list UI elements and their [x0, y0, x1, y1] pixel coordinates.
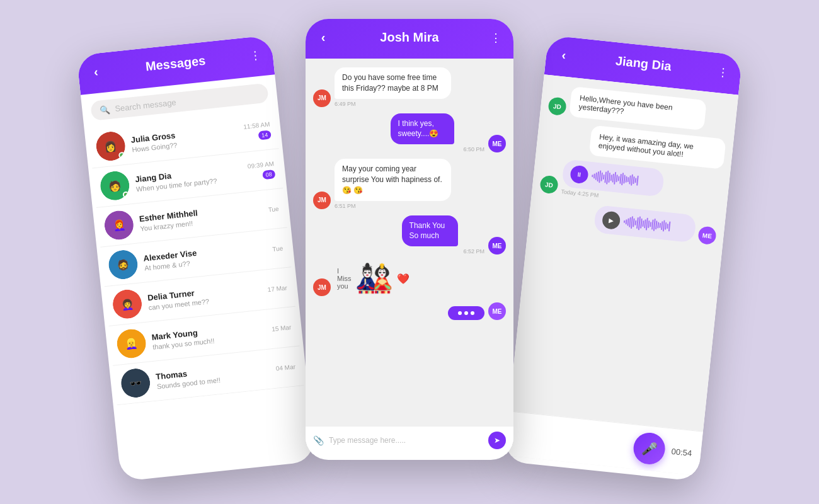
typing-dot: [464, 311, 468, 315]
avatar: 🧑: [99, 169, 131, 202]
message-timestamp: 09:39 AM: [247, 160, 274, 169]
unread-badge: 08: [262, 169, 275, 180]
mic-button[interactable]: 🎤: [633, 432, 667, 466]
avatar: 👩‍🦰: [103, 209, 135, 241]
message-time: 6:52 PM: [402, 248, 484, 255]
online-indicator: [118, 152, 125, 159]
avatar: 🧔: [107, 249, 139, 281]
chat-messages-center: JM Do you have some free time this Frida…: [306, 59, 513, 426]
message-time: 6:51 PM: [335, 203, 506, 209]
chat-input-area: 📎 Type message here..... ➤: [306, 426, 513, 454]
avatar: ME: [488, 135, 506, 152]
avatar: JM: [313, 89, 331, 107]
waveform: [623, 215, 689, 235]
message-row: Thank You So much 6:52 PM ME: [313, 215, 506, 255]
message-meta: 11:58 AM14: [243, 120, 272, 141]
josh-mira-chat-phone: ‹ Josh Mira ⋮ JM Do you have some free t…: [306, 19, 513, 460]
back-button[interactable]: ‹: [88, 64, 104, 80]
avatar-initials: 🕶️: [120, 367, 152, 399]
avatar-initials: 👩‍🦱: [112, 288, 144, 320]
contact-info: Delia Turnercan you meet me??: [147, 281, 262, 311]
back-button-center[interactable]: ‹: [316, 30, 331, 45]
messages-title: Messages: [103, 49, 248, 79]
avatar: 👩‍🦱: [112, 288, 144, 320]
message-timestamp: Tue: [272, 244, 284, 253]
message-time: 6:49 PM: [335, 101, 506, 107]
message-meta: 17 Mar: [267, 284, 287, 293]
contact-info: Mark Youngthank you so much!!: [151, 321, 266, 351]
message-timestamp: Tue: [268, 205, 279, 213]
waveform: [591, 169, 656, 189]
chat-header-center: ‹ Josh Mira ⋮: [306, 19, 513, 59]
message-bubble: Do you have some free time this Friday??…: [335, 67, 451, 99]
avatar-initials: 🧔: [107, 249, 139, 281]
message-input[interactable]: Type message here.....: [329, 436, 483, 445]
typing-dot: [458, 311, 462, 315]
message-meta: 09:39 AM08: [247, 160, 275, 181]
avatar: JM: [313, 192, 331, 209]
pause-button[interactable]: ⏸: [570, 165, 589, 185]
message-row: JM Do you have some free time this Frida…: [313, 67, 506, 107]
typing-indicator: [448, 306, 484, 320]
search-placeholder: Search message: [115, 98, 177, 113]
message-timestamp: 04 Mar: [275, 363, 295, 372]
wave-bar: [636, 176, 639, 186]
avatar-initials: 👱‍♀️: [115, 328, 147, 360]
wave-bar: [668, 221, 671, 231]
voice-bubble: ▶: [593, 205, 697, 243]
messages-list-phone: ‹ Messages ⋮ 🔍 Search message 👩Julia Gro…: [76, 35, 315, 482]
message-row: JM May your coming year surprise You wit…: [313, 159, 506, 209]
chat-area-right: JD Hello,Where you have been yesterday??…: [504, 74, 738, 476]
menu-icon-center[interactable]: ⋮: [488, 31, 503, 45]
chat-title-right: Jiang Dia: [571, 49, 716, 79]
message-bubble: May your coming year surprise You with h…: [335, 159, 451, 200]
menu-icon-right[interactable]: ⋮: [715, 64, 731, 79]
message-meta: 15 Mar: [272, 323, 292, 332]
message-time: 6:50 PM: [391, 146, 484, 152]
message-bubble: Hello,Where you have been yesterday???: [569, 86, 706, 130]
contact-info: ThomasSounds good to me!!: [156, 360, 271, 390]
chat-area-center: JM Do you have some free time this Frida…: [306, 59, 513, 454]
contact-info: Alexeder ViseAt home & u??: [143, 241, 267, 272]
chat-messages-right: JD Hello,Where you have been yesterday??…: [509, 74, 738, 431]
play-button[interactable]: ▶: [602, 210, 621, 230]
sticker-row: JM IMissyou 🎎 ❤️: [313, 261, 506, 296]
menu-icon[interactable]: ⋮: [247, 48, 263, 63]
back-button-right[interactable]: ‹: [556, 47, 572, 63]
avatar: ME: [488, 237, 506, 255]
avatar: 👩: [94, 130, 127, 163]
chat-title-center: Josh Mira: [331, 30, 488, 45]
unread-badge: 14: [258, 130, 271, 140]
message-timestamp: 17 Mar: [267, 284, 287, 293]
message-timestamp: 15 Mar: [272, 323, 292, 332]
message-timestamp: 11:58 AM: [243, 120, 270, 130]
contact-info: Jiang DiaWhen you time for party??: [135, 163, 243, 193]
avatar-initials: 👩‍🦰: [103, 209, 135, 241]
avatar: JD: [547, 96, 567, 116]
message-meta: Tue: [268, 205, 279, 213]
attach-icon[interactable]: 📎: [313, 435, 324, 445]
avatar: JM: [313, 278, 331, 296]
search-icon: 🔍: [100, 105, 110, 115]
recording-time: 00:54: [671, 446, 692, 457]
message-bubble: I think yes, sweety....😍: [391, 113, 455, 145]
message-meta: 04 Mar: [275, 363, 295, 372]
typing-row: ME: [313, 302, 506, 320]
avatar: JD: [539, 175, 559, 195]
message-meta: Tue: [272, 244, 284, 253]
typing-dot: [471, 311, 474, 315]
avatar: 👱‍♀️: [115, 328, 147, 360]
message-bubble: Hey, it was amazing day, we enjoyed with…: [588, 125, 726, 169]
avatar: ME: [697, 226, 717, 245]
contact-info: Esther MithhellYou krazzy men!!: [139, 201, 263, 232]
message-bubble: Thank You So much: [402, 215, 458, 247]
contact-info: Julia GrossHows Going??: [130, 124, 239, 154]
send-button[interactable]: ➤: [488, 432, 506, 449]
jiang-dia-chat-phone: ‹ Jiang Dia ⋮ JD Hello,Where you have be…: [503, 35, 742, 482]
online-indicator: [122, 192, 129, 198]
avatar: 🕶️: [120, 367, 152, 399]
message-row: I think yes, sweety....😍 6:50 PM ME: [313, 113, 506, 153]
contact-list: 👩Julia GrossHows Going??11:58 AM14🧑Jiang…: [84, 109, 307, 406]
avatar: ME: [488, 302, 506, 320]
